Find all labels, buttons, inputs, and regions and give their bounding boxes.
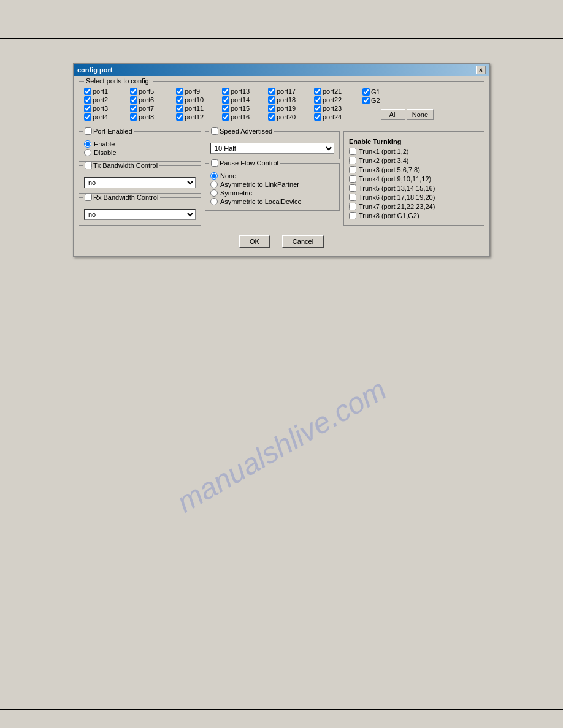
port13-checkbox[interactable] (222, 88, 229, 95)
trunk3-label[interactable]: Trunk3 (port 5,6,7,8) (349, 166, 479, 173)
port18-label[interactable]: port18 (268, 96, 314, 104)
pf-sym-label[interactable]: Symmetric (210, 189, 334, 197)
port-enabled-checkbox[interactable] (85, 127, 92, 135)
enable-radio[interactable] (84, 140, 91, 148)
port20-label[interactable]: port20 (268, 113, 314, 121)
port2-label[interactable]: port2 (84, 96, 130, 104)
port16-checkbox[interactable] (222, 113, 229, 121)
g1-all-row: G1 G2 (362, 88, 434, 104)
rx-bandwidth-select[interactable]: no 128K 256K 512K 1M (84, 209, 196, 220)
port9-label[interactable]: port9 (176, 88, 222, 95)
port1-checkbox[interactable] (84, 88, 91, 95)
none-button[interactable]: None (407, 109, 434, 120)
pf-asym-link-radio[interactable] (210, 181, 218, 188)
port19-checkbox[interactable] (268, 105, 275, 112)
trunk6-label[interactable]: Trunk6 (port 17,18,19,20) (349, 194, 479, 201)
port14-checkbox[interactable] (222, 96, 229, 104)
trunk6-checkbox[interactable] (349, 194, 356, 201)
port21-checkbox[interactable] (314, 88, 321, 95)
port7-checkbox[interactable] (130, 105, 137, 112)
G2-label[interactable]: G2 (362, 97, 396, 104)
port10-checkbox[interactable] (176, 96, 183, 104)
port3-checkbox[interactable] (84, 105, 91, 112)
ok-button[interactable]: OK (239, 235, 270, 248)
pf-asym-local-radio[interactable] (210, 198, 218, 205)
all-button[interactable]: All (381, 109, 405, 120)
port15-label[interactable]: port15 (222, 105, 268, 112)
rx-bandwidth-checkbox[interactable] (85, 194, 92, 201)
trunk5-checkbox[interactable] (349, 184, 356, 192)
port6-label[interactable]: port6 (130, 96, 176, 104)
trunk3-checkbox[interactable] (349, 166, 356, 173)
tx-bandwidth-select[interactable]: no 128K 256K 512K 1M (84, 177, 196, 188)
port22-label[interactable]: port22 (314, 96, 360, 104)
port5-checkbox[interactable] (130, 88, 137, 95)
port16-label[interactable]: port16 (222, 113, 268, 121)
pf-none-radio[interactable] (210, 172, 218, 180)
port9-checkbox[interactable] (176, 88, 183, 95)
bottom-divider (0, 708, 563, 710)
trunk1-checkbox[interactable] (349, 148, 356, 155)
port11-checkbox[interactable] (176, 105, 183, 112)
trunk7-checkbox[interactable] (349, 203, 356, 210)
config-port-dialog: config port × Select ports to config: po… (73, 63, 490, 257)
port12-label[interactable]: port12 (176, 113, 222, 121)
port3-label[interactable]: port3 (84, 105, 130, 112)
port-col-3: port9 port10 port11 port12 (176, 88, 222, 121)
disable-radio-label[interactable]: Disable (84, 149, 196, 156)
port11-label[interactable]: port11 (176, 105, 222, 112)
pf-asym-link-label[interactable]: Asymmetric to LinkPartner (210, 181, 334, 188)
port14-label[interactable]: port14 (222, 96, 268, 104)
close-button[interactable]: × (476, 66, 486, 74)
port17-checkbox[interactable] (268, 88, 275, 95)
trunk2-checkbox[interactable] (349, 157, 356, 164)
port8-checkbox[interactable] (130, 113, 137, 121)
trunk4-label[interactable]: Trunk4 (port 9,10,11,12) (349, 175, 479, 183)
pf-sym-radio[interactable] (210, 189, 218, 197)
port10-label[interactable]: port10 (176, 96, 222, 104)
pf-none-label[interactable]: None (210, 172, 334, 180)
port4-checkbox[interactable] (84, 113, 91, 121)
port18-checkbox[interactable] (268, 96, 275, 104)
port2-checkbox[interactable] (84, 96, 91, 104)
G1-label[interactable]: G1 (362, 88, 396, 96)
trunk8-checkbox[interactable] (349, 212, 356, 219)
port17-label[interactable]: port17 (268, 88, 314, 95)
port20-checkbox[interactable] (268, 113, 275, 121)
G2-checkbox[interactable] (362, 97, 370, 104)
port-col-5: port17 port18 port19 port20 (268, 88, 314, 121)
disable-radio[interactable] (84, 149, 91, 156)
port21-label[interactable]: port21 (314, 88, 360, 95)
trunk5-label[interactable]: Trunk5 (port 13,14,15,16) (349, 184, 479, 192)
port24-checkbox[interactable] (314, 113, 321, 121)
pause-flow-checkbox[interactable] (211, 159, 218, 167)
port13-label[interactable]: port13 (222, 88, 268, 95)
trunk2-label[interactable]: Trunk2 (port 3,4) (349, 157, 479, 164)
cancel-button[interactable]: Cancel (282, 235, 324, 248)
trunk1-label[interactable]: Trunk1 (port 1,2) (349, 148, 479, 155)
port8-label[interactable]: port8 (130, 113, 176, 121)
port19-label[interactable]: port19 (268, 105, 314, 112)
G1-checkbox[interactable] (362, 88, 370, 96)
port4-label[interactable]: port4 (84, 113, 130, 121)
trunk8-label[interactable]: Trunk8 (port G1,G2) (349, 212, 479, 219)
port22-checkbox[interactable] (314, 96, 321, 104)
port23-checkbox[interactable] (314, 105, 321, 112)
pf-asym-local-label[interactable]: Asymmetric to LocalDevice (210, 198, 334, 205)
port5-label[interactable]: port5 (130, 88, 176, 95)
dialog-footer: OK Cancel (79, 230, 484, 251)
speed-advertised-select[interactable]: 10 Half 10 Full 100 Half 100 Full Auto (210, 143, 334, 154)
trunk7-label[interactable]: Trunk7 (port 21,22,23,24) (349, 203, 479, 210)
port6-checkbox[interactable] (130, 96, 137, 104)
trunk-list: Trunk1 (port 1,2) Trunk2 (port 3,4) Trun… (349, 148, 479, 219)
port7-label[interactable]: port7 (130, 105, 176, 112)
port15-checkbox[interactable] (222, 105, 229, 112)
enable-radio-label[interactable]: Enable (84, 140, 196, 148)
port24-label[interactable]: port24 (314, 113, 360, 121)
trunk4-checkbox[interactable] (349, 175, 356, 183)
port12-checkbox[interactable] (176, 113, 183, 121)
speed-advertised-checkbox[interactable] (211, 127, 218, 135)
tx-bandwidth-checkbox[interactable] (85, 162, 92, 169)
port23-label[interactable]: port23 (314, 105, 360, 112)
port1-label[interactable]: port1 (84, 88, 130, 95)
